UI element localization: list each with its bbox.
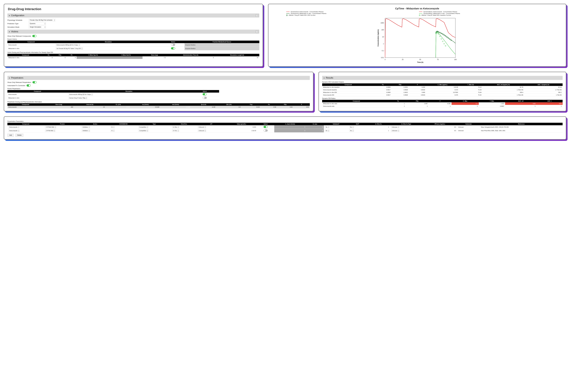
auto-fu-label: Automated Fu Correction bbox=[7, 85, 25, 86]
perp-params-table: CompoundProteinActionK/IC50/EC50TypeVitr… bbox=[7, 123, 563, 132]
select-toggle[interactable] bbox=[203, 97, 207, 99]
legend-item: Olkkola 7.5mg IR Tablet DDI | baseline C… bbox=[419, 14, 548, 16]
svg-text:Time (h): Time (h) bbox=[417, 61, 423, 63]
table-row: Ketoconazole▴▾CYP3A4 Wild▴▾Inhibition▴▾ … bbox=[7, 125, 563, 129]
perp-pk-table: CompoundDose (mg)Interval (h)CL (L/h)ka … bbox=[7, 103, 310, 108]
results-card: ▼Results Dynamic DDI Calculated Outputs … bbox=[318, 72, 566, 111]
svg-text:100: 100 bbox=[381, 29, 384, 31]
results-header[interactable]: ▼Results bbox=[322, 76, 563, 80]
table-row: Ketoconazole40024 37.370.01080.0199 14.8… bbox=[7, 106, 310, 108]
show-relevant-perps-toggle[interactable] bbox=[32, 81, 37, 83]
select[interactable]: Competitive▴▾ bbox=[138, 129, 148, 132]
select[interactable]: CYP3A4 Wild▴▾ bbox=[45, 126, 56, 128]
select[interactable]: Hu Female 68.5kg PO Tablet 7.5mg DDI▴▾ bbox=[56, 47, 83, 50]
parent-victims-table: CompoundSimulationSelectFraction Metabol… bbox=[7, 41, 259, 50]
show-relevant-perps-label: Show Only Relevant Perpetrators bbox=[7, 81, 31, 83]
config-select[interactable]: Dynamic▴▾ bbox=[29, 22, 46, 25]
auto-fu-toggle[interactable] bbox=[27, 84, 31, 87]
select[interactable]: Unbound▴▾ bbox=[198, 129, 206, 132]
popout-icon[interactable]: ⧉ bbox=[256, 14, 258, 17]
delete-button[interactable]: Delete bbox=[15, 134, 23, 137]
select[interactable]: Competitive▴▾ bbox=[138, 126, 148, 128]
victim-dosing-table: CompoundFaFDpFhf_Other Sys CLf_Other Gut… bbox=[7, 54, 259, 59]
table-row: Ketoconazole-baseline0.96170.95080.8532 … bbox=[322, 89, 563, 91]
page-title: Drug-Drug Interaction bbox=[8, 7, 259, 11]
select[interactable]: No▴▾ bbox=[325, 129, 329, 132]
select[interactable]: Human 5mg IV bolus 70kg▴▾ bbox=[69, 97, 87, 99]
select-toggle[interactable] bbox=[264, 126, 268, 128]
select[interactable]: No▴▾ bbox=[325, 126, 329, 128]
results-ratio-table: CompoundFaFDpFC_MaxT_MaxAUC_infAUC_t Mid… bbox=[322, 100, 563, 108]
table-row: Ketoconazole-DDI0.96170.95080.8533 6.575… bbox=[322, 94, 563, 96]
results-ratio-title: Dynamic DDI Ratios bbox=[322, 98, 563, 99]
select-toggle[interactable] bbox=[171, 44, 175, 46]
svg-text:50: 50 bbox=[419, 59, 421, 60]
config-label: Simulation Mode bbox=[7, 26, 27, 28]
select[interactable]: Inhibition▴▾ bbox=[82, 126, 90, 128]
select[interactable]: Ki▴▾ bbox=[111, 126, 115, 128]
svg-text:0: 0 bbox=[385, 59, 385, 60]
config-header[interactable]: ▼Configuration ⧉ bbox=[7, 14, 259, 17]
results-calc-title: Dynamic DDI Calculated Outputs bbox=[322, 81, 563, 83]
svg-point-48 bbox=[445, 45, 446, 46]
add-button[interactable]: Add bbox=[7, 134, 14, 137]
select-toggle[interactable] bbox=[171, 47, 175, 49]
select[interactable]: In Vivo▴▾ bbox=[172, 129, 179, 132]
config-select[interactable]: Single Simulation▴▾ bbox=[29, 26, 46, 28]
select-toggle[interactable] bbox=[264, 129, 268, 132]
svg-point-44 bbox=[440, 36, 441, 37]
chart-legend: DynamicFull | Ketoconazole - Concentrati… bbox=[286, 11, 548, 16]
config-select[interactable]: Female 23yo 68.5kg Fed schedule▴▾ bbox=[29, 19, 55, 21]
show-relevant-compounds-toggle[interactable] bbox=[32, 35, 37, 37]
config-card: Drug-Drug Interaction ▼Configuration ⧉ P… bbox=[4, 4, 263, 67]
table-row: Ketoconazole-ratio111 10.999711 bbox=[322, 105, 563, 108]
select[interactable]: Ki▴▾ bbox=[111, 129, 115, 132]
chart-title: CpTime - Midazolam vs Ketoconazole bbox=[272, 7, 563, 10]
svg-point-46 bbox=[442, 41, 443, 42]
svg-point-45 bbox=[441, 38, 442, 39]
svg-text:100: 100 bbox=[454, 59, 457, 60]
svg-point-47 bbox=[444, 43, 445, 44]
svg-point-42 bbox=[437, 33, 438, 34]
svg-point-43 bbox=[438, 34, 439, 35]
table-row: Midazolam in vitro000 7.5097 bbox=[7, 56, 259, 59]
svg-text:10: 10 bbox=[382, 36, 384, 38]
chevron-down-icon: ▼ bbox=[9, 77, 10, 79]
select-toggle[interactable] bbox=[203, 93, 207, 95]
table-row: Ketoconazole Ketoconazole 400mg QD for 4… bbox=[7, 43, 259, 47]
table-row: Midazolam in vitro Hu Female 68.5kg PO T… bbox=[7, 47, 259, 50]
results-calc-table: CompoundFaFDpFC_Max (µg/mL)T_Max (h)AUC_… bbox=[322, 83, 563, 96]
config-label: Prediction Type bbox=[7, 23, 27, 25]
victims-header[interactable]: ▼Victims ⧉ bbox=[7, 30, 259, 34]
select[interactable]: Unknown▴▾ bbox=[391, 129, 400, 132]
select[interactable]: Ketoconazole 400mg QD for 4 days▴▾ bbox=[56, 44, 80, 46]
legend-item: DynamicBase | Ketoconazole - Concentrati… bbox=[419, 11, 548, 13]
select[interactable]: Ketoconazole▴▾ bbox=[8, 129, 20, 132]
parent-perps-table: CompoundSimulationSelect Ketoconazole Ke… bbox=[7, 90, 219, 100]
popout-icon[interactable]: ⧉ bbox=[256, 31, 258, 33]
legend-item: DynamicFull | Midazolam in vitro - Conce… bbox=[286, 13, 415, 14]
parent-victims-title: Parent Victims bbox=[7, 38, 259, 40]
table-row: Midazolam in vitro-baseline0.99990.32910… bbox=[322, 86, 563, 89]
chevron-down-icon: ▼ bbox=[323, 77, 325, 79]
perp-params-title: Perpetration Parameters bbox=[7, 121, 563, 122]
select[interactable]: Ketoconazole▴▾ bbox=[8, 126, 20, 128]
perpetrators-card: ▼Perpetrators Show Only Relevant Perpetr… bbox=[4, 72, 314, 111]
select[interactable]: Unbound▴▾ bbox=[198, 126, 206, 128]
select[interactable]: No▴▾ bbox=[349, 126, 354, 128]
select[interactable]: In Vitro▴▾ bbox=[172, 126, 179, 128]
svg-text:1: 1 bbox=[383, 43, 384, 45]
select[interactable]: Inhibition▴▾ bbox=[82, 129, 90, 132]
select[interactable]: CYP3A Wild▴▾ bbox=[45, 129, 55, 132]
table-row: Midazolam in vitro-ratio12.9874.382 5.11… bbox=[322, 102, 563, 105]
select[interactable]: Unknown▴▾ bbox=[391, 126, 400, 128]
select[interactable]: Ketoconazole 400mg QD for 4 days▴▾ bbox=[69, 93, 93, 96]
select[interactable]: No▴▾ bbox=[349, 129, 354, 132]
table-row: Midazolam in vitro-DDI0.99990.98320.885 … bbox=[322, 91, 563, 94]
perp-pk-title: Perpetrator Dosing and Pharmacokinetic I… bbox=[7, 101, 310, 103]
table-row: Ketoconazole Ketoconazole 400mg QD for 4… bbox=[7, 93, 219, 96]
legend-item: DynamicFull | Ketoconazole - Concentrati… bbox=[286, 11, 415, 13]
config-label: Physiology Schedule bbox=[7, 19, 27, 21]
cp-time-chart: 02550751000.010.11101001000Time (h)Conce… bbox=[376, 17, 458, 64]
perpetrators-header[interactable]: ▼Perpetrators bbox=[7, 76, 310, 80]
